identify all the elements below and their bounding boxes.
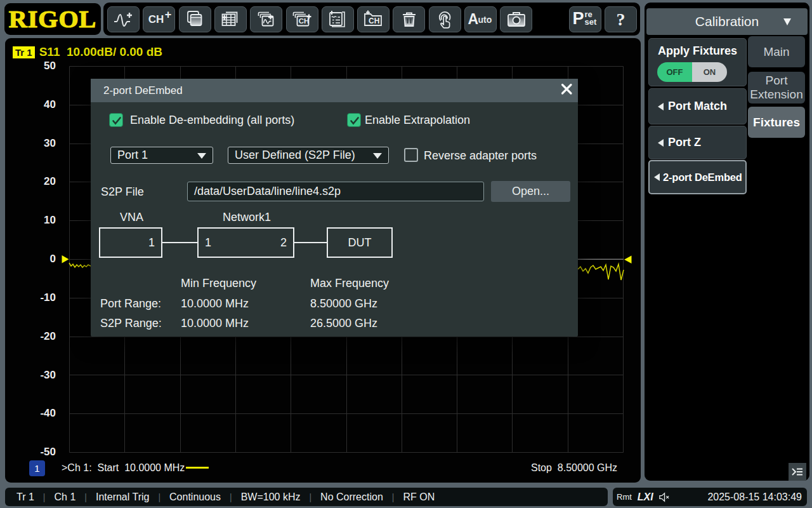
svg-text:CH: CH: [369, 16, 379, 25]
svg-text:CH: CH: [299, 17, 310, 25]
